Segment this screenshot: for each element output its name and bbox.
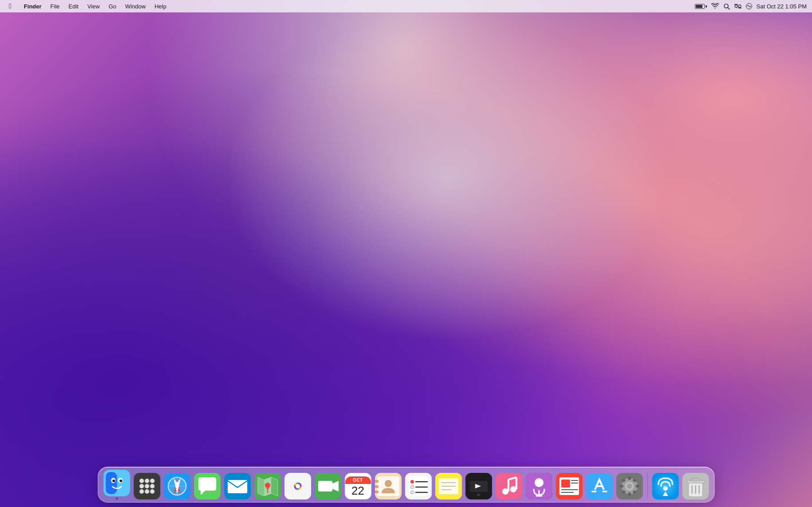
svg-point-107 — [627, 484, 632, 489]
svg-rect-55 — [375, 485, 378, 488]
svg-point-13 — [119, 480, 122, 482]
facetime-icon — [314, 473, 341, 499]
notes-icon — [435, 473, 462, 499]
dock-item-podcasts[interactable] — [526, 473, 552, 499]
svg-point-18 — [150, 479, 154, 483]
menubar-right: Sat Oct 22 1:05 PM — [695, 3, 807, 10]
dock-item-contacts[interactable] — [375, 473, 401, 499]
dock-item-appstore[interactable] — [586, 473, 612, 499]
dock-item-photos[interactable] — [284, 473, 311, 499]
photos-icon — [284, 473, 311, 499]
menu-view[interactable]: View — [84, 2, 103, 11]
svg-point-19 — [139, 484, 144, 488]
svg-point-17 — [145, 479, 149, 483]
svg-point-16 — [139, 479, 144, 483]
safari-icon — [164, 473, 190, 499]
calendar-icon: OCT 22 — [345, 473, 371, 499]
dock-item-finder[interactable] — [103, 470, 130, 499]
svg-point-22 — [139, 489, 144, 494]
svg-point-76 — [502, 488, 508, 495]
battery-fill — [696, 5, 702, 8]
dock-item-launchpad[interactable] — [133, 473, 160, 499]
svg-rect-100 — [620, 485, 623, 488]
svg-rect-113 — [692, 478, 699, 481]
dock-item-appletv[interactable]: tv — [465, 473, 492, 499]
svg-rect-87 — [561, 480, 570, 488]
dock-item-airdrop[interactable] — [652, 473, 679, 499]
dock-item-safari[interactable] — [164, 473, 190, 499]
battery-cap — [706, 5, 707, 8]
appstore-icon — [586, 473, 612, 499]
dock-item-notes[interactable] — [435, 473, 462, 499]
svg-text:tv: tv — [477, 492, 480, 497]
airdrop-icon — [652, 473, 679, 499]
svg-rect-101 — [635, 485, 639, 488]
menu-help[interactable]: Help — [151, 2, 170, 11]
svg-point-82 — [534, 478, 543, 487]
podcasts-icon — [526, 473, 552, 499]
dock-item-maps[interactable] — [254, 473, 281, 499]
desktop — [0, 0, 812, 507]
dock-item-facetime[interactable] — [314, 473, 341, 499]
dock-item-trash[interactable] — [682, 473, 709, 499]
trash-icon — [682, 473, 709, 499]
svg-point-64 — [410, 491, 414, 494]
svg-point-12 — [112, 480, 115, 482]
svg-line-1 — [728, 8, 730, 9]
svg-marker-39 — [271, 477, 277, 496]
dock-item-systemprefs[interactable] — [616, 473, 643, 499]
svg-point-24 — [150, 489, 154, 494]
app-name[interactable]: Finder — [20, 2, 45, 11]
mail-icon — [224, 473, 251, 499]
svg-marker-37 — [258, 477, 264, 496]
svg-rect-56 — [375, 491, 378, 493]
battery-icon[interactable] — [695, 4, 707, 9]
dock-item-calendar[interactable]: OCT 22 — [345, 473, 371, 499]
news-icon — [556, 473, 582, 499]
calendar-day: 22 — [352, 485, 365, 496]
apple-menu[interactable]:  — [5, 1, 15, 11]
calendar-inner: OCT 22 — [345, 473, 371, 499]
dock-item-music[interactable] — [495, 473, 522, 499]
launchpad-icon — [133, 473, 160, 499]
svg-rect-99 — [628, 492, 631, 496]
svg-rect-50 — [318, 481, 332, 491]
maps-icon — [254, 473, 281, 499]
dock: OCT 22 — [98, 467, 714, 503]
siri-icon[interactable] — [746, 3, 752, 9]
svg-rect-34 — [228, 480, 247, 493]
music-icon — [495, 473, 522, 499]
svg-rect-8 — [106, 472, 117, 494]
clock: Sat Oct 22 1:05 PM — [757, 3, 807, 10]
control-center-icon[interactable] — [734, 4, 741, 9]
reminders-icon — [405, 473, 431, 499]
calendar-month: OCT — [345, 476, 371, 484]
menubar:  Finder File Edit View Go Window Help — [0, 0, 812, 12]
spotlight-icon[interactable] — [723, 3, 730, 10]
dock-item-news[interactable] — [556, 473, 582, 499]
appletv-icon: tv — [465, 473, 492, 499]
svg-point-20 — [145, 484, 149, 488]
menu-window[interactable]: Window — [122, 2, 149, 11]
svg-rect-54 — [375, 480, 378, 483]
finder-icon — [103, 470, 130, 496]
messages-icon — [194, 473, 220, 499]
svg-point-60 — [410, 480, 414, 484]
dock-container: OCT 22 — [98, 467, 714, 503]
svg-point-57 — [384, 480, 392, 487]
svg-point-109 — [663, 486, 667, 491]
systemprefs-icon — [616, 473, 643, 499]
wifi-icon[interactable] — [711, 3, 719, 9]
svg-point-21 — [150, 484, 154, 488]
menu-file[interactable]: File — [47, 2, 63, 11]
svg-point-77 — [510, 486, 516, 492]
svg-point-2 — [735, 5, 737, 8]
dock-item-messages[interactable] — [194, 473, 220, 499]
dock-item-mail[interactable] — [224, 473, 251, 499]
dock-item-reminders[interactable] — [405, 473, 431, 499]
menu-go[interactable]: Go — [105, 2, 120, 11]
finder-dot — [116, 498, 118, 499]
menu-edit[interactable]: Edit — [65, 2, 82, 11]
svg-rect-98 — [628, 476, 631, 480]
svg-point-40 — [265, 483, 270, 488]
